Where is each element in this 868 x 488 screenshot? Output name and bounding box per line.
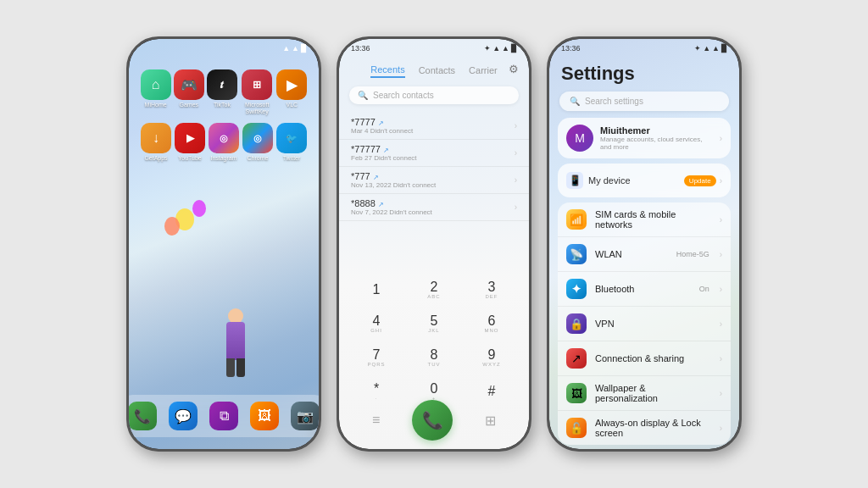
- status-bar-phone2: 13:36 ✦ ▲ ▲ ▉: [339, 39, 529, 58]
- lock-chevron-icon: ›: [720, 424, 722, 433]
- bluetooth-chevron-icon: ›: [720, 285, 722, 294]
- recent-call-2[interactable]: *77777 ↗ Feb 27 Didn't connect ›: [339, 140, 529, 167]
- status-bar-phone1: ▲ ▲ ▉: [129, 39, 319, 58]
- settings-item-wallpaper[interactable]: 🖼 Wallpaper & personalization ›: [558, 376, 731, 411]
- vpn-label: VPN: [595, 319, 709, 329]
- settings-item-bluetooth[interactable]: ✦ Bluetooth On ›: [558, 272, 731, 307]
- my-device-card[interactable]: 📱 My device Update ›: [558, 164, 731, 197]
- settings-item-sharing[interactable]: ↗ Connection & sharing ›: [558, 341, 731, 376]
- sim-label: SIM cards & mobile networks: [595, 209, 709, 230]
- dock-multitask[interactable]: ⧉: [209, 402, 238, 430]
- search-icon-settings: 🔍: [570, 97, 580, 106]
- dialer-search-placeholder: Search contacts: [373, 91, 434, 100]
- app-chrome[interactable]: ◎ Chrome: [242, 123, 273, 162]
- bt-icon: ✦: [484, 44, 491, 53]
- recent-detail-2: Feb 27 Didn't connect: [351, 154, 417, 162]
- balloon-purple: [192, 200, 206, 217]
- dock-messages[interactable]: 💬: [169, 402, 198, 430]
- key-4[interactable]: 4GHI: [354, 308, 398, 339]
- recent-number-2: *77777 ↗: [351, 144, 417, 154]
- chevron-icon-4: ›: [515, 202, 517, 212]
- recent-calls-list: *7777 ↗ Mar 4 Didn't connect › *77777 ↗ …: [339, 109, 529, 225]
- instagram-label: Instagram: [210, 155, 236, 162]
- app-getapps[interactable]: ↓ GetApps: [141, 123, 171, 162]
- tab-recents[interactable]: Recents: [370, 63, 404, 78]
- dialer-gear-icon[interactable]: ⚙: [509, 63, 519, 75]
- time-phone3: 13:36: [561, 44, 581, 53]
- vpn-chevron-icon: ›: [720, 319, 722, 329]
- dock-camera[interactable]: 📷: [291, 402, 319, 430]
- lock-label: Always-on display & Lock screen: [595, 418, 709, 438]
- app-youtube[interactable]: ▶ YouTube: [175, 123, 205, 162]
- key-8[interactable]: 8TUV: [412, 342, 456, 373]
- dialer-search-bar[interactable]: 🔍 Search contacts: [349, 86, 519, 104]
- status-icons-phone2: ✦ ▲ ▲ ▉: [484, 44, 517, 53]
- key-1[interactable]: 1: [354, 274, 398, 305]
- app-games[interactable]: 🎮 Games: [174, 69, 204, 114]
- keypad-hide-icon[interactable]: ⊞: [485, 413, 496, 429]
- keypad: 1 2ABC 3DEF 4GHI 5JKL 6MNO 7PQRS 8TUV 9W…: [339, 274, 529, 410]
- vlc-icon: ▶: [276, 69, 307, 100]
- recent-call-4[interactable]: *8888 ↗ Nov 7, 2022 Didn't connect ›: [339, 194, 529, 221]
- sim-chevron-icon: ›: [720, 215, 722, 225]
- microsoft-label: Microsoft SwiftKey: [240, 102, 274, 114]
- key-6[interactable]: 6MNO: [470, 308, 514, 339]
- profile-avatar: M: [566, 125, 593, 152]
- wlan-chevron-icon: ›: [720, 250, 722, 259]
- search-icon-dialer: 🔍: [358, 91, 368, 100]
- balloon-orange: [164, 217, 180, 236]
- key-9[interactable]: 9WXYZ: [470, 342, 514, 373]
- recent-call-3-info: *777 ↗ Nov 13, 2022 Didn't connect: [351, 171, 436, 189]
- microsoft-icon: ⊞: [242, 69, 272, 100]
- dock-phone[interactable]: 📞: [129, 402, 157, 430]
- profile-card[interactable]: M Miuithemer Manage accounts, cloud serv…: [558, 118, 731, 158]
- profile-subtitle: Manage accounts, cloud services, and mor…: [600, 136, 713, 151]
- chevron-icon-2: ›: [515, 148, 517, 158]
- status-icons-phone1: ▲ ▲ ▉: [282, 44, 307, 53]
- settings-item-lock[interactable]: 🔓 Always-on display & Lock screen ›: [558, 411, 731, 445]
- dock: 📞 💬 ⧉ 🖼 📷: [129, 395, 319, 437]
- profile-name: Miuithemer: [600, 125, 713, 136]
- update-badge: Update: [684, 175, 716, 186]
- instagram-icon: ◎: [209, 123, 239, 153]
- tiktok-label: TikTok: [214, 102, 231, 108]
- tab-carrier[interactable]: Carrier: [469, 64, 498, 77]
- app-instagram[interactable]: ◎ Instagram: [209, 123, 239, 162]
- dock-gallery[interactable]: 🖼: [250, 402, 279, 430]
- settings-item-vpn[interactable]: 🔒 VPN ›: [558, 307, 731, 341]
- status-bar-phone3: 13:36 ✦ ▲ ▲ ▉: [549, 39, 739, 58]
- settings-search-bar[interactable]: 🔍 Search settings: [559, 92, 729, 111]
- key-7[interactable]: 7PQRS: [354, 342, 398, 373]
- signal-icon-p2: ▲: [492, 44, 500, 53]
- app-twitter[interactable]: 🐦 Twitter: [276, 123, 307, 162]
- recent-detail-1: Mar 4 Didn't connect: [351, 127, 413, 135]
- app-tiktok[interactable]: 𝒕 TikTok: [207, 69, 237, 114]
- recent-call-4-info: *8888 ↗ Nov 7, 2022 Didn't connect: [351, 198, 432, 216]
- app-mihome[interactable]: ⌂ MiHome: [141, 69, 171, 114]
- keypad-row-3: 7PQRS 8TUV 9WXYZ: [348, 342, 520, 373]
- recent-call-1[interactable]: *7777 ↗ Mar 4 Didn't connect ›: [339, 113, 529, 140]
- key-5[interactable]: 5JKL: [412, 308, 456, 339]
- lock-icon: 🔓: [566, 418, 587, 438]
- app-vlc[interactable]: ▶ VLC: [276, 69, 307, 114]
- app-microsoft[interactable]: ⊞ Microsoft SwiftKey: [240, 69, 274, 114]
- wifi-icon-p2: ▲: [502, 44, 509, 53]
- phone-icon: 📱: [569, 175, 581, 186]
- youtube-label: YouTube: [178, 155, 202, 162]
- phone-2: 13:36 ✦ ▲ ▲ ▉ Recents Contacts Carrier ⚙…: [337, 36, 531, 452]
- settings-content: Settings 🔍 Search settings M Miuithemer …: [549, 39, 739, 449]
- call-button[interactable]: 📞: [412, 400, 453, 441]
- device-icon: 📱: [566, 172, 583, 189]
- getapps-icon: ↓: [141, 123, 171, 153]
- wifi-icon: ▲: [292, 44, 299, 53]
- recent-call-3[interactable]: *777 ↗ Nov 13, 2022 Didn't connect ›: [339, 167, 529, 194]
- settings-item-sim[interactable]: 📶 SIM cards & mobile networks ›: [558, 202, 731, 237]
- time-phone2: 13:36: [351, 44, 370, 53]
- tab-contacts[interactable]: Contacts: [419, 64, 455, 77]
- voicemail-icon[interactable]: ≡: [372, 413, 380, 428]
- key-3[interactable]: 3DEF: [470, 274, 514, 305]
- settings-item-wlan[interactable]: 📡 WLAN Home-5G ›: [558, 237, 731, 272]
- phone-1-screen: ▲ ▲ ▉ ⌂ MiHome 🎮 Games �: [129, 39, 319, 449]
- key-2[interactable]: 2ABC: [412, 274, 456, 305]
- chrome-icon: ◎: [242, 123, 273, 153]
